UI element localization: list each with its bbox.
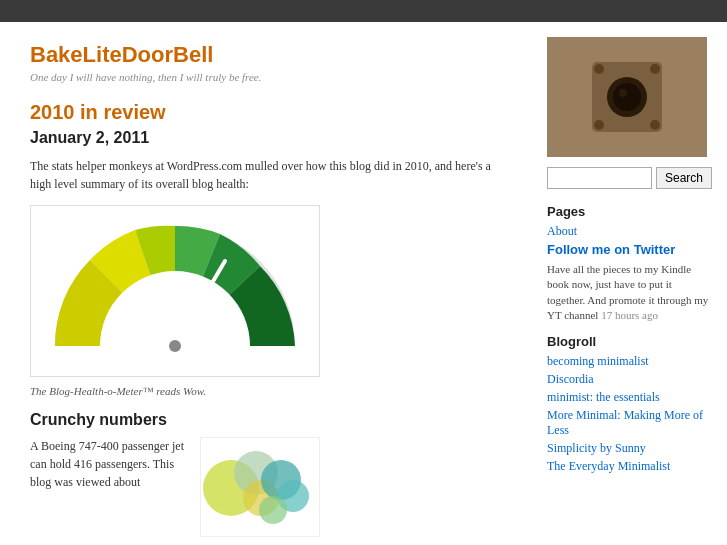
svg-point-18: [613, 83, 641, 111]
blogroll-link-5[interactable]: The Everyday Minimalist: [547, 459, 712, 474]
about-link[interactable]: About: [547, 224, 712, 239]
svg-point-10: [259, 496, 287, 524]
page-wrapper: BakeLiteDoorBell One day I will have not…: [0, 0, 727, 545]
site-tagline: One day I will have nothing, then I will…: [30, 71, 512, 83]
blogroll-link-2[interactable]: minimist: the essentials: [547, 390, 712, 405]
post-title: 2010 in review: [30, 101, 512, 124]
top-bar: [0, 0, 727, 22]
blogroll-link-0[interactable]: becoming minimalist: [547, 354, 712, 369]
twitter-time: 17 hours ago: [601, 309, 658, 321]
circles-svg: [201, 438, 316, 533]
blogroll-link-4[interactable]: Simplicity by Sunny: [547, 441, 712, 456]
content-area: BakeLiteDoorBell One day I will have not…: [0, 22, 727, 545]
sidebar-column: Search Pages About Follow me on Twitter …: [537, 22, 727, 545]
post-intro: The stats helper monkeys at WordPress.co…: [30, 157, 512, 193]
svg-point-13: [594, 64, 604, 74]
gauge-chart: [45, 216, 305, 366]
twitter-text: Have all the pieces to my Kindle book no…: [547, 262, 712, 324]
svg-point-15: [594, 120, 604, 130]
search-form: Search: [547, 167, 712, 189]
follow-twitter-title: Follow me on Twitter: [547, 242, 712, 257]
gauge-container: [30, 205, 320, 377]
crunchy-chart: [200, 437, 320, 537]
blogroll-link-1[interactable]: Discordia: [547, 372, 712, 387]
post-date: January 2, 2011: [30, 129, 512, 147]
main-column: BakeLiteDoorBell One day I will have not…: [0, 22, 537, 545]
site-header: BakeLiteDoorBell One day I will have not…: [30, 42, 512, 83]
blogroll-title: Blogroll: [547, 334, 712, 349]
search-input[interactable]: [547, 167, 652, 189]
svg-point-19: [619, 89, 627, 97]
pages-title: Pages: [547, 204, 712, 219]
blogroll-link-3[interactable]: More Minimal: Making More of Less: [547, 408, 712, 438]
gauge-caption: The Blog-Health-o-Meter™ reads Wow.: [30, 385, 512, 397]
svg-point-14: [650, 64, 660, 74]
crunchy-section: A Boeing 747-400 passenger jet can hold …: [30, 437, 512, 537]
crunchy-title: Crunchy numbers: [30, 411, 512, 429]
search-button[interactable]: Search: [656, 167, 712, 189]
svg-point-16: [650, 120, 660, 130]
crunchy-text: A Boeing 747-400 passenger jet can hold …: [30, 437, 190, 491]
svg-point-4: [169, 340, 181, 352]
sidebar-image: [547, 37, 707, 157]
doorbell-image: [547, 37, 707, 157]
site-title: BakeLiteDoorBell: [30, 42, 512, 68]
